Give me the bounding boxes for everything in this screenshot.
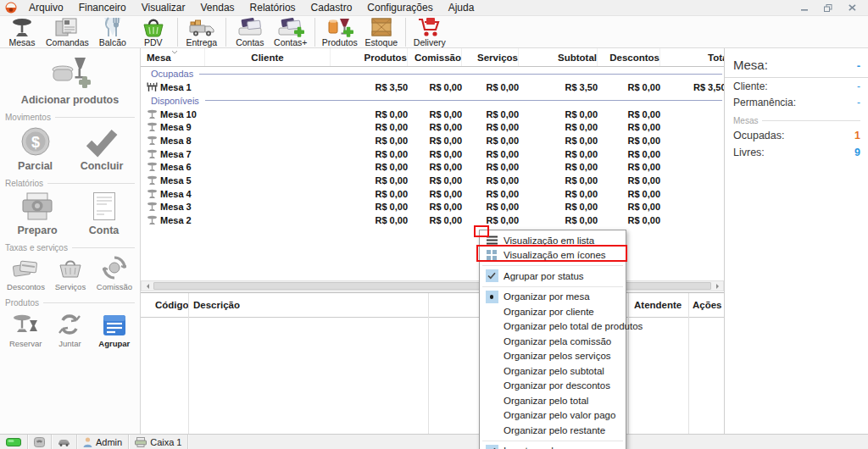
menu-ajuda[interactable]: Ajuda (441, 0, 482, 15)
column-header-total[interactable]: Total (660, 48, 724, 66)
toolbar-entrega-button[interactable]: Entrega (181, 17, 222, 47)
table-row[interactable]: Mesa 7R$ 0,00R$ 0,00R$ 0,00R$ 0,00R$ 0,0… (141, 147, 724, 161)
column-header-subtotal[interactable]: Subtotal (519, 48, 598, 66)
table-row[interactable]: Mesa 9R$ 0,00R$ 0,00R$ 0,00R$ 0,00R$ 0,0… (141, 120, 724, 134)
merge-icon (57, 313, 82, 336)
livres-value: 9 (854, 147, 860, 158)
table-group-header[interactable]: Ocupadas (141, 67, 724, 80)
table-row[interactable]: Mesa 5R$ 0,00R$ 0,00R$ 0,00R$ 0,00R$ 0,0… (141, 174, 724, 187)
table-row[interactable]: Mesa 3R$ 0,00R$ 0,00R$ 0,00R$ 0,00R$ 0,0… (141, 201, 724, 214)
add-products-label: Adicionar produtos (21, 94, 119, 106)
sidebar-item-concluir[interactable]: Concluir (81, 125, 124, 172)
scroll-right-icon[interactable] (712, 281, 723, 291)
menu-item-organizar-por-cliente[interactable]: Organizar por cliente (480, 304, 626, 319)
scroll-left-icon[interactable] (142, 281, 153, 291)
phone-status-button[interactable] (28, 435, 52, 449)
column-header-cliente[interactable]: Cliente (205, 48, 331, 66)
toolbar-mesas-button[interactable]: Mesas (2, 17, 42, 47)
scrollbar-thumb[interactable] (153, 282, 711, 290)
menu-bar: Arquivo Financeiro Visualizar Vendas Rel… (0, 0, 868, 16)
menu-financeiro[interactable]: Financeiro (71, 0, 134, 15)
menu-item-inverter-ordem[interactable]: Inverter ordem (480, 444, 626, 449)
partial-payment-icon: $ (19, 125, 52, 158)
permanencia-value: - (857, 97, 860, 108)
column-header-descontos[interactable]: Descontos (598, 48, 660, 66)
toolbar-comandas-button[interactable]: Comandas (42, 17, 92, 47)
table-row[interactable]: Mesa 1R$ 3,50R$ 0,00R$ 0,00R$ 3,50R$ 0,0… (141, 80, 724, 94)
restore-button[interactable] (821, 2, 836, 14)
toolbar-produtos-button[interactable]: Produtos (319, 17, 361, 47)
items-table-header: Código Descrição Atendente Ações (141, 293, 724, 318)
cliente-value: - (857, 80, 860, 92)
toolbar-balcao-button[interactable]: Balcão (92, 17, 133, 47)
menu-item-organizar-pelo-restante[interactable]: Organizar pelo restante (480, 423, 626, 438)
menu-item-organizar-por-descontos[interactable]: Organizar por descontos (480, 379, 626, 394)
menu-item-visualiza-o-em-cones[interactable]: Visualização em ícones (480, 248, 626, 263)
menu-cadastro[interactable]: Cadastro (303, 0, 360, 15)
logged-user-label: Admin (96, 437, 122, 447)
toolbar-contas-button[interactable]: Contas (230, 17, 270, 47)
delivery-status-button[interactable] (52, 435, 77, 449)
table-row[interactable]: Mesa 6R$ 0,00R$ 0,00R$ 0,00R$ 0,00R$ 0,0… (141, 160, 724, 174)
column-header-mesa[interactable]: Mesa (141, 48, 205, 66)
main-table: Mesa Cliente Produtos Comissão Serviços … (141, 48, 724, 434)
connection-status-indicator[interactable] (0, 435, 28, 449)
ocupadas-value: 1 (854, 130, 860, 141)
sidebar-item-juntar[interactable]: Juntar (51, 313, 88, 348)
column-header-servicos[interactable]: Serviços (462, 48, 519, 66)
sidebar-item-servicos[interactable]: Serviços (52, 258, 89, 291)
menu-relatorios[interactable]: Relatórios (242, 0, 303, 15)
add-products-button[interactable]: Adicionar produtos (0, 48, 140, 106)
cash-register-cell[interactable]: Caixa 1 (129, 435, 188, 449)
section-relatorios: Relatórios (5, 179, 135, 188)
menu-item-organizar-pelo-total[interactable]: Organizar pelo total (480, 393, 626, 408)
table-row[interactable]: Mesa 2R$ 0,00R$ 0,00R$ 0,00R$ 0,00R$ 0,0… (141, 213, 724, 227)
horizontal-scrollbar[interactable] (141, 280, 724, 291)
menu-item-organizar-pelo-total-de-produtos[interactable]: Organizar pelo total de produtos (480, 319, 626, 335)
menu-item-agrupar-por-status[interactable]: Agrupar por status (480, 269, 626, 284)
column-header-produtos[interactable]: Produtos (331, 48, 408, 66)
table-row[interactable]: Mesa 8R$ 0,00R$ 0,00R$ 0,00R$ 0,00R$ 0,0… (141, 134, 724, 147)
logged-user-cell[interactable]: Admin (77, 435, 129, 449)
group-line (199, 74, 722, 75)
sidebar-item-agrupar[interactable]: Agrupar (96, 314, 133, 348)
column-header-comissao[interactable]: Comissão (408, 48, 462, 66)
sidebar-item-parcial[interactable]: $ Parcial (17, 125, 54, 172)
menu-arquivo[interactable]: Arquivo (21, 0, 71, 15)
menu-vendas[interactable]: Vendas (193, 0, 242, 15)
toolbar-separator (314, 18, 315, 47)
bills-plus-icon (277, 17, 304, 37)
discounts-icon (12, 258, 39, 280)
column-header-descricao[interactable]: Descrição (193, 300, 240, 310)
toolbar-estoque-button[interactable]: Estoque (361, 17, 402, 47)
menu-item-organizar-pelo-subtotal[interactable]: Organizar pelo subtotal (480, 363, 626, 379)
menu-item-organizar-pelos-servi-os[interactable]: Organizar pelos serviços (480, 349, 626, 364)
menu-item-organizar-pelo-valor-pago[interactable]: Organizar pelo valor pago (480, 408, 626, 424)
sidebar-item-reservar[interactable]: Reservar (7, 311, 44, 348)
sidebar-item-conta[interactable]: Conta (86, 191, 123, 236)
sidebar-item-descontos[interactable]: Descontos (7, 258, 45, 291)
phone-icon (34, 437, 45, 447)
menu-item-organizar-pela-comiss-o[interactable]: Organizar pela comissão (480, 334, 626, 349)
toolbar-delivery-button[interactable]: Delivery (409, 17, 450, 47)
table-row[interactable]: Mesa 4R$ 0,00R$ 0,00R$ 0,00R$ 0,00R$ 0,0… (141, 187, 724, 201)
column-header-acoes[interactable]: Ações (693, 300, 722, 310)
occupied-table-icon (147, 82, 158, 92)
minimize-button[interactable] (797, 2, 812, 14)
sidebar-item-preparo[interactable]: Preparo (17, 191, 57, 236)
table-row[interactable]: Mesa 10R$ 0,00R$ 0,00R$ 0,00R$ 0,00R$ 0,… (141, 108, 724, 121)
sidebar-item-comissao[interactable]: Comissão (96, 256, 133, 291)
column-header-atendente[interactable]: Atendente (634, 300, 682, 310)
menu-configuracoes[interactable]: Configurações (359, 0, 440, 15)
menu-visualizar[interactable]: Visualizar (134, 0, 193, 15)
toolbar-pdv-button[interactable]: PDV (133, 17, 174, 47)
user-icon (83, 437, 92, 447)
table-group-header[interactable]: Disponíveis (141, 94, 724, 108)
close-button[interactable] (844, 2, 860, 14)
counter-icon (102, 17, 124, 37)
info-livres-row: Livres: 9 (725, 144, 868, 161)
toolbar-contas-plus-button[interactable]: Contas+ (270, 17, 311, 47)
menu-item-organizar-por-mesa[interactable]: Organizar por mesa (480, 290, 626, 305)
column-header-codigo[interactable]: Código (155, 300, 189, 310)
menu-item-visualiza-o-em-lista[interactable]: Visualização em lista (480, 233, 626, 248)
